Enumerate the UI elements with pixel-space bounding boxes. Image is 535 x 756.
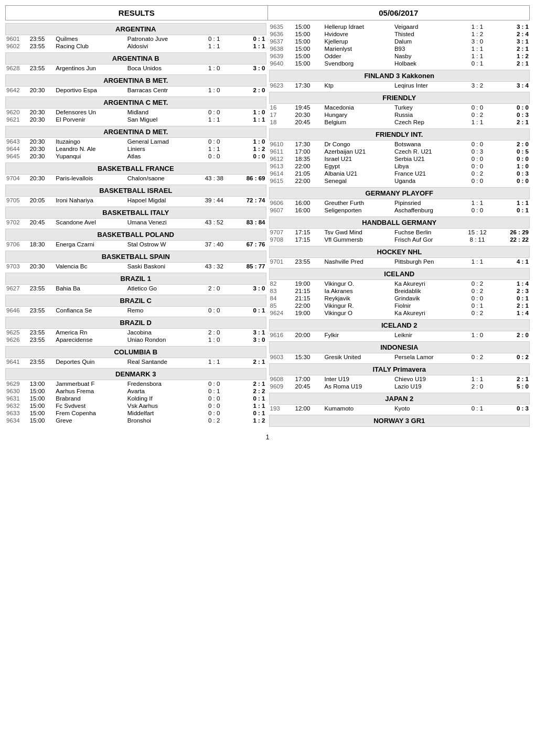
- match-id: 9620: [5, 109, 29, 116]
- match-ht-score: 1 : 1: [460, 23, 495, 30]
- match-home-team: Defensores Un: [55, 109, 126, 116]
- match-ht-score: 43 : 32: [198, 263, 230, 270]
- match-away-team: Boca Unidos: [126, 64, 198, 72]
- match-ht-score: 0 : 0: [198, 402, 230, 409]
- match-table: 9623 17:30 Ktp Leqirus Inter 3 : 2 3 : 4: [269, 82, 530, 89]
- section-header: FINLAND 3 Kakkonen: [269, 70, 530, 82]
- match-away-team: Liniers: [126, 145, 198, 153]
- match-away-team: San Miguel: [126, 116, 198, 123]
- match-ht-score: 1 : 0: [460, 331, 495, 339]
- match-id: 9607: [269, 207, 294, 214]
- match-away-team: Barracas Centr: [126, 87, 198, 94]
- match-away-team: Hapoel Migdal: [126, 197, 198, 204]
- match-final-score: 0 : 1: [230, 409, 266, 417]
- match-away-team: Serbia U21: [393, 155, 460, 163]
- match-home-team: Aarhus Frema: [55, 387, 126, 395]
- section-header: ICELAND: [269, 268, 530, 280]
- match-home-team: Vikingur O: [324, 309, 393, 317]
- section-block: ARGENTINA B MET. 9642 20:30 Deportivo Es…: [5, 74, 266, 94]
- match-time: 23:55: [29, 35, 55, 42]
- match-id: 17: [269, 111, 294, 118]
- match-final-score: 2 : 1: [495, 118, 530, 126]
- match-ht-score: 0 : 2: [460, 287, 495, 295]
- match-time: 20:30: [29, 87, 55, 94]
- match-time: 23:55: [29, 307, 55, 314]
- match-away-team: Ka Akureyri: [393, 280, 460, 287]
- match-id: 9706: [5, 241, 29, 248]
- section-block: GERMANY PLAYOFF 9606 16:00 Greuther Furt…: [269, 187, 530, 214]
- match-ht-score: 0 : 0: [460, 141, 495, 148]
- match-home-team: Aparecidense: [55, 336, 126, 343]
- section-block: BASKETBALL POLAND 9706 18:30 Energa Czar…: [5, 229, 266, 248]
- table-row: 9631 15:00 Brabrand Kolding If 0 : 0 0 :…: [5, 395, 266, 402]
- section-block: BASKETBALL ITALY 9702 20:45 Scandone Ave…: [5, 207, 266, 226]
- table-row: 9646 23:55 Confianca Se Remo 0 : 0 0 : 1: [5, 307, 266, 314]
- section-block: ARGENTINA 9601 23:55 Quilmes Patronato J…: [5, 23, 266, 50]
- match-time: 15:30: [294, 353, 324, 361]
- match-time: 15:00: [29, 387, 55, 395]
- match-final-score: 1 : 0: [230, 138, 266, 145]
- match-id: 9707: [269, 229, 294, 236]
- match-ht-score: 0 : 0: [198, 153, 230, 160]
- match-home-team: Argentinos Jun: [55, 64, 126, 72]
- match-final-score: 3 : 1: [495, 38, 530, 45]
- section-block: HANDBALL GERMANY 9707 17:15 Tsv Gwd Mind…: [269, 217, 530, 243]
- match-final-score: 3 : 4: [495, 82, 530, 89]
- match-final-score: 1 : 1: [230, 116, 266, 123]
- match-final-score: 3 : 1: [230, 329, 266, 336]
- match-final-score: 22 : 22: [495, 236, 530, 243]
- section-block: BASKETBALL FRANCE 9704 20:30 Paris-leval…: [5, 163, 266, 182]
- match-ht-score: 0 : 0: [460, 104, 495, 111]
- match-time: 20:30: [29, 116, 55, 123]
- table-row: 9707 17:15 Tsv Gwd Mind Fuchse Berlin 15…: [269, 229, 530, 236]
- match-home-team: Macedonia: [324, 104, 393, 111]
- match-id: 9636: [269, 30, 294, 38]
- match-id: 9635: [269, 23, 294, 30]
- match-time: 20:45: [294, 118, 324, 126]
- match-ht-score: 0 : 2: [460, 309, 495, 317]
- match-final-score: 2 : 1: [495, 375, 530, 383]
- match-home-team: Ituzaingo: [55, 138, 126, 145]
- match-final-score: 2 : 4: [495, 30, 530, 38]
- match-away-team: Remo: [126, 307, 198, 314]
- match-id: 9611: [269, 148, 294, 155]
- match-final-score: 0 : 3: [495, 170, 530, 177]
- match-final-score: 1 : 2: [495, 52, 530, 60]
- match-away-team: Avarta: [126, 387, 198, 395]
- match-away-team: Leiknir: [393, 331, 460, 339]
- match-id: 9602: [5, 42, 29, 50]
- match-home-team: Greve: [55, 417, 126, 424]
- section-header: ITALY Primavera: [269, 363, 530, 375]
- match-ht-score: 0 : 0: [460, 207, 495, 214]
- match-final-score: 1 : 1: [495, 199, 530, 207]
- match-ht-score: 0 : 0: [460, 295, 495, 302]
- match-home-team: Vikingur O.: [324, 280, 393, 287]
- match-home-team: Ktp: [324, 82, 393, 89]
- match-final-score: 1 : 1: [230, 402, 266, 409]
- match-time: 20:30: [29, 263, 55, 270]
- match-away-team: Persela Lamor: [393, 353, 460, 361]
- match-table: 9606 16:00 Greuther Furth Pipinsried 1 :…: [269, 199, 530, 214]
- table-row: 9629 13:00 Jammerbuat F Fredensbora 0 : …: [5, 380, 266, 387]
- match-home-team: Jammerbuat F: [55, 380, 126, 387]
- match-table: 9701 23:55 Nashville Pred Pittsburgh Pen…: [269, 258, 530, 265]
- page: RESULTS 05/06/2017 ARGENTINA 9601 23:55 …: [0, 0, 535, 446]
- match-id: 9623: [269, 82, 294, 89]
- table-row: 9613 22:00 Egypt Libya 0 : 0 1 : 0: [269, 163, 530, 170]
- table-row: 9638 15:00 Marienlyst B93 1 : 1 2 : 1: [269, 45, 530, 52]
- match-table: 9627 23:55 Bahia Ba Atletico Go 2 : 0 3 …: [5, 285, 266, 292]
- section-block: FRIENDLY INT. 9610 17:30 Dr Congo Botswa…: [269, 128, 530, 185]
- match-id: 85: [269, 302, 294, 309]
- match-id: 9639: [269, 52, 294, 60]
- match-time: 21:15: [294, 287, 324, 295]
- match-final-score: 2 : 2: [230, 387, 266, 395]
- match-id: 9608: [269, 375, 294, 383]
- match-time: 15:00: [294, 30, 324, 38]
- match-final-score: 5 : 0: [495, 383, 530, 390]
- section-header: BASKETBALL SPAIN: [5, 251, 266, 263]
- section-block: ICELAND 2 9616 20:00 Fylkir Leiknir 1 : …: [269, 319, 530, 339]
- match-table: 9625 23:55 America Rn Jacobina 2 : 0 3 :…: [5, 329, 266, 343]
- section-header: FRIENDLY: [269, 92, 530, 104]
- match-time: 18:30: [29, 241, 55, 248]
- match-ht-score: 1 : 0: [198, 336, 230, 343]
